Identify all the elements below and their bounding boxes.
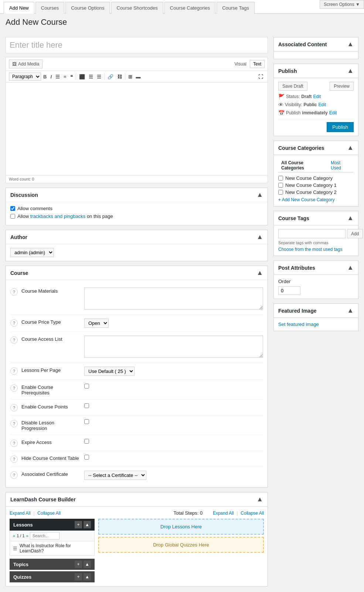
- preview-button[interactable]: Preview: [330, 82, 354, 91]
- paragraph-select[interactable]: Paragraph: [9, 73, 41, 81]
- certificate-help[interactable]: ?: [10, 471, 18, 479]
- nav-tab-course-options[interactable]: Course Options: [65, 2, 110, 14]
- italic-button[interactable]: I: [49, 73, 53, 80]
- add-topic-button[interactable]: +: [75, 561, 82, 568]
- lessons-header: Lessons + ▲: [10, 519, 95, 531]
- nav-tab-course-tags[interactable]: Course Tags: [217, 2, 255, 14]
- prerequisites-help[interactable]: ?: [10, 384, 18, 392]
- certificate-select[interactable]: -- Select a Certificate --: [84, 471, 146, 480]
- table-button[interactable]: ⊞: [127, 73, 134, 80]
- allow-comments-checkbox[interactable]: [10, 206, 15, 211]
- course-tags-header[interactable]: Course Tags ▲: [274, 211, 358, 225]
- course-points-checkbox[interactable]: [84, 403, 89, 408]
- course-categories-body: All Course Categories Most Used New Cour…: [274, 155, 358, 206]
- lessons-collapse-button[interactable]: ▲: [84, 521, 91, 528]
- nav-tab-course-categories[interactable]: Course Categories: [164, 2, 215, 14]
- align-right-button[interactable]: ☰: [95, 73, 103, 80]
- nav-tab-add-new[interactable]: Add New: [4, 2, 34, 14]
- lessons-per-page-help[interactable]: ?: [10, 367, 18, 375]
- publish-edit-link[interactable]: Edit: [329, 110, 337, 115]
- visibility-edit-link[interactable]: Edit: [318, 102, 326, 107]
- add-media-button[interactable]: 🖼 Add Media: [9, 60, 42, 68]
- course-access-list-textarea[interactable]: [84, 336, 263, 358]
- more-button[interactable]: ▬: [135, 73, 142, 80]
- course-access-list-help[interactable]: ?: [10, 336, 18, 344]
- drop-lessons-zone[interactable]: Drop Lessons Here: [98, 519, 264, 535]
- editor-content[interactable]: [6, 83, 268, 175]
- featured-image-header[interactable]: Featured Image ▲: [274, 304, 358, 318]
- trackbacks-link[interactable]: trackbacks and pingbacks: [30, 213, 86, 219]
- associated-content-header[interactable]: Associated Content ▲: [274, 37, 358, 51]
- expire-access-help[interactable]: ?: [10, 440, 18, 447]
- course-tags-title: Course Tags: [278, 215, 309, 221]
- screen-options-button[interactable]: Screen Options ▼: [320, 0, 364, 9]
- course-points-help[interactable]: ?: [10, 404, 18, 411]
- nav-tab-course-shortcodes[interactable]: Course Shortcodes: [111, 2, 163, 14]
- nav-tab-courses[interactable]: Courses: [35, 2, 64, 14]
- save-draft-button[interactable]: Save Draft: [278, 82, 307, 91]
- add-tag-button[interactable]: Add: [347, 229, 363, 238]
- lesson-list-item[interactable]: ☰ What is Instructor Role for LearnDash?: [10, 541, 95, 556]
- fullscreen-button[interactable]: ⛶: [257, 73, 265, 80]
- ordered-list-button[interactable]: ≡: [62, 73, 68, 80]
- add-quiz-button[interactable]: +: [75, 573, 82, 581]
- category-checkbox-0[interactable]: [278, 176, 283, 181]
- most-used-tab[interactable]: Most Used: [328, 159, 354, 172]
- category-item-0: New Course Category: [278, 175, 354, 181]
- tags-input[interactable]: [278, 229, 346, 238]
- course-header[interactable]: Course ▲: [6, 266, 268, 280]
- bold-button[interactable]: B: [42, 73, 48, 80]
- category-checkbox-1[interactable]: [278, 183, 283, 188]
- expire-access-checkbox[interactable]: [84, 439, 89, 444]
- post-attributes-panel: Post Attributes ▲ Order: [273, 260, 358, 299]
- align-center-button[interactable]: ☰: [87, 73, 95, 80]
- allow-trackbacks-checkbox[interactable]: [10, 214, 15, 219]
- prerequisites-checkbox[interactable]: [84, 384, 89, 388]
- course-categories-header[interactable]: Course Categories ▲: [274, 141, 358, 155]
- author-header[interactable]: Author ▲: [6, 230, 268, 244]
- align-left-button[interactable]: ⬛: [78, 73, 86, 80]
- publish-button[interactable]: Publish: [327, 122, 354, 132]
- expand-all-link[interactable]: Expand All: [10, 511, 31, 516]
- last-page-link[interactable]: »: [26, 534, 28, 538]
- content-table-checkbox[interactable]: [84, 455, 89, 460]
- lessons-per-page-select[interactable]: Use Default ( 25 ): [84, 367, 135, 376]
- course-materials-help[interactable]: ?: [10, 288, 18, 296]
- add-new-category-link[interactable]: + Add New Course Category: [278, 197, 354, 202]
- lesson-progression-checkbox[interactable]: [84, 419, 89, 424]
- editor-tab-text[interactable]: Text: [250, 60, 265, 68]
- collapse-all-link[interactable]: Collapse All: [37, 511, 61, 516]
- unordered-list-button[interactable]: ☰: [54, 73, 61, 80]
- course-price-type-select[interactable]: Open: [84, 319, 109, 328]
- publish-header[interactable]: Publish ▲: [274, 64, 358, 78]
- topics-collapse-button[interactable]: ▲: [84, 561, 91, 568]
- unlink-button[interactable]: ⛓: [116, 73, 123, 80]
- quizzes-collapse-button[interactable]: ▲: [84, 573, 91, 581]
- category-checkbox-2[interactable]: [278, 190, 283, 195]
- link-button[interactable]: 🔗: [106, 73, 115, 80]
- author-select[interactable]: admin (admin): [10, 248, 54, 257]
- course-materials-textarea[interactable]: [84, 287, 263, 310]
- builder-header[interactable]: LearnDash Course Builder ▲: [6, 492, 268, 507]
- first-page-link[interactable]: «: [13, 534, 15, 538]
- expand-all-right-link[interactable]: Expand All: [213, 511, 234, 516]
- drop-quizzes-zone[interactable]: Drop Global Quizzes Here: [98, 537, 264, 553]
- lessons-per-page-row: ? Lessons Per Page Use Default ( 25 ): [10, 363, 263, 380]
- editor-tab-visual[interactable]: Visual: [231, 60, 250, 68]
- add-lesson-button[interactable]: +: [75, 521, 82, 528]
- content-table-help[interactable]: ?: [10, 455, 18, 463]
- title-input[interactable]: [6, 37, 268, 53]
- order-input[interactable]: [278, 286, 300, 295]
- set-featured-image-link[interactable]: Set featured image: [278, 322, 319, 327]
- course-price-type-help[interactable]: ?: [10, 319, 18, 327]
- lesson-search-input[interactable]: [30, 532, 59, 539]
- lesson-progression-help[interactable]: ?: [10, 420, 18, 427]
- collapse-all-right-link[interactable]: Collapse All: [241, 511, 264, 516]
- post-attributes-header[interactable]: Post Attributes ▲: [274, 261, 358, 275]
- discussion-header[interactable]: Discussion ▲: [6, 188, 268, 202]
- all-categories-tab[interactable]: All Course Categories: [278, 159, 328, 172]
- blockquote-button[interactable]: ❝: [69, 73, 74, 80]
- status-edit-link[interactable]: Edit: [313, 94, 321, 99]
- lessons-per-page-label: Lessons Per Page: [21, 367, 81, 373]
- most-used-tags-link[interactable]: Choose from the most used tags: [278, 247, 342, 252]
